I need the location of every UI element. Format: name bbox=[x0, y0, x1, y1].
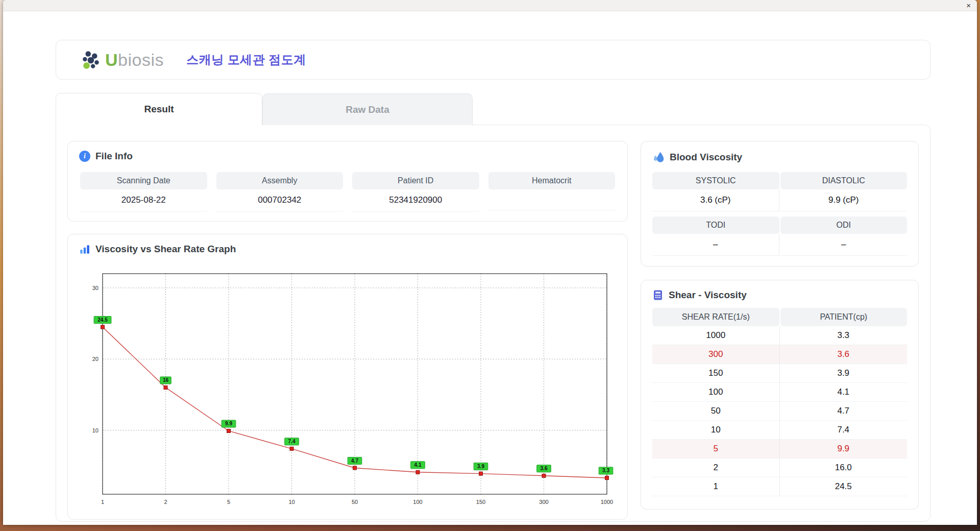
table-row: 50 4.7 bbox=[652, 402, 907, 421]
table-row: 2 16.0 bbox=[652, 458, 907, 477]
field-label: Assembly bbox=[216, 172, 344, 189]
table-row: 150 3.9 bbox=[652, 364, 907, 383]
table-row: 100 4.1 bbox=[652, 383, 907, 402]
shear-table-rows: 1000 3.3300 3.6150 3.9100 4.150 4.710 7.… bbox=[652, 326, 907, 496]
app-header-card: Ubiosis 스캐닝 모세관 점도계 bbox=[56, 40, 930, 80]
bv-value: – bbox=[780, 234, 908, 256]
field-label: Scanning Date bbox=[80, 172, 207, 189]
tab-raw-data[interactable]: Raw Data bbox=[262, 93, 473, 125]
bv-header-row: SYSTOLICDIASTOLIC bbox=[652, 172, 907, 189]
bv-header-row: TODIODI bbox=[652, 216, 907, 234]
shear-viscosity-table: SHEAR RATE(1/s)PATIENT(cp) 1000 3.3300 3… bbox=[652, 308, 907, 496]
app-window: × Ubiosis 스캐닝 모세관 점도계 Result Raw Data i … bbox=[3, 0, 977, 525]
cell-patient: 4.1 bbox=[780, 383, 908, 402]
svg-text:9.9: 9.9 bbox=[225, 421, 232, 426]
cell-shear-rate: 150 bbox=[652, 364, 780, 383]
svg-text:4.1: 4.1 bbox=[414, 462, 422, 468]
field-value: 000702342 bbox=[216, 189, 344, 212]
column-header: SHEAR RATE(1/s) bbox=[652, 308, 779, 326]
table-row: 10 7.4 bbox=[652, 421, 907, 440]
viscosity-chart: 10203024.5169.97.44.74.13.93.63.31251050… bbox=[68, 258, 627, 518]
svg-text:10: 10 bbox=[288, 499, 295, 505]
svg-text:1: 1 bbox=[101, 499, 104, 505]
blood-viscosity-card: Blood Viscosity SYSTOLICDIASTOLIC3.6 (cP… bbox=[641, 141, 919, 267]
svg-text:4.7: 4.7 bbox=[351, 458, 358, 464]
window-close-icon[interactable]: × bbox=[966, 1, 971, 11]
cell-shear-rate: 300 bbox=[652, 345, 780, 364]
file-info-header: i File Info bbox=[68, 141, 627, 162]
tab-result[interactable]: Result bbox=[56, 93, 262, 125]
svg-text:24.5: 24.5 bbox=[97, 317, 108, 323]
table-row: 300 3.6 bbox=[652, 345, 907, 364]
info-icon: i bbox=[79, 151, 90, 162]
cell-shear-rate: 1000 bbox=[652, 326, 780, 345]
cell-shear-rate: 10 bbox=[652, 421, 780, 440]
bv-value-row: –– bbox=[652, 234, 907, 256]
svg-text:150: 150 bbox=[476, 499, 485, 505]
cell-shear-rate: 2 bbox=[652, 458, 780, 477]
shear-viscosity-title: Shear - Viscosity bbox=[669, 289, 747, 301]
cell-patient: 16.0 bbox=[780, 458, 908, 477]
svg-text:300: 300 bbox=[539, 499, 548, 505]
svg-text:16: 16 bbox=[163, 377, 169, 383]
logo-text: Ubiosis bbox=[105, 50, 164, 70]
table-row: 1 24.5 bbox=[652, 477, 907, 496]
cell-patient: 3.9 bbox=[780, 364, 908, 383]
field-value: 52341920900 bbox=[352, 189, 479, 212]
svg-text:7.4: 7.4 bbox=[288, 439, 296, 444]
cell-patient: 9.9 bbox=[780, 440, 908, 458]
cell-patient: 3.6 bbox=[780, 345, 908, 364]
svg-text:30: 30 bbox=[92, 285, 99, 291]
svg-text:20: 20 bbox=[92, 356, 99, 362]
cell-shear-rate: 50 bbox=[652, 402, 780, 421]
bv-column-header: TODI bbox=[652, 216, 779, 234]
ubiosis-dots-logo-icon bbox=[81, 49, 102, 70]
svg-text:3.3: 3.3 bbox=[602, 468, 609, 473]
field-value: 2025-08-22 bbox=[80, 189, 207, 212]
cell-patient: 4.7 bbox=[780, 402, 908, 421]
svg-text:1000: 1000 bbox=[601, 499, 613, 505]
svg-text:10: 10 bbox=[92, 427, 99, 433]
svg-text:2: 2 bbox=[164, 499, 167, 505]
svg-text:100: 100 bbox=[413, 499, 422, 505]
calculator-icon bbox=[652, 289, 664, 301]
file-info-card: i File Info Scanning Date 2025-08-22Asse… bbox=[67, 141, 628, 222]
file-info-field: Patient ID 52341920900 bbox=[352, 172, 479, 212]
graph-header: Viscosity vs Shear Rate Graph bbox=[68, 234, 627, 255]
svg-text:3.9: 3.9 bbox=[477, 464, 484, 469]
viscosity-graph-card: Viscosity vs Shear Rate Graph 10203024.5… bbox=[67, 234, 628, 520]
cell-patient: 24.5 bbox=[780, 477, 908, 496]
bv-value: – bbox=[652, 234, 779, 256]
bv-column-header: ODI bbox=[780, 216, 908, 234]
water-drop-icon bbox=[652, 151, 665, 164]
column-header: PATIENT(cp) bbox=[780, 308, 908, 326]
blood-viscosity-header: Blood Viscosity bbox=[641, 141, 918, 164]
file-info-field: Assembly 000702342 bbox=[216, 172, 344, 212]
field-label: Hematocrit bbox=[488, 172, 616, 189]
file-info-field: Scanning Date 2025-08-22 bbox=[80, 172, 207, 212]
blood-viscosity-table: SYSTOLICDIASTOLIC3.6 (cP)9.9 (cP)TODIODI… bbox=[641, 164, 918, 256]
cell-patient: 3.3 bbox=[780, 326, 908, 345]
ubiosis-logo: Ubiosis bbox=[81, 49, 164, 70]
svg-text:3.6: 3.6 bbox=[541, 466, 548, 471]
field-value bbox=[488, 189, 616, 210]
cell-shear-rate: 5 bbox=[652, 440, 780, 458]
shear-viscosity-card: Shear - Viscosity SHEAR RATE(1/s)PATIENT… bbox=[641, 280, 919, 510]
file-info-title: File Info bbox=[95, 151, 133, 162]
bv-column-header: DIASTOLIC bbox=[780, 172, 908, 189]
svg-text:5: 5 bbox=[227, 499, 230, 505]
field-label: Patient ID bbox=[352, 172, 479, 189]
file-info-field: Hematocrit bbox=[488, 172, 616, 212]
svg-text:50: 50 bbox=[352, 499, 358, 505]
bv-value: 9.9 (cP) bbox=[780, 189, 908, 211]
bv-value: 3.6 (cP) bbox=[652, 189, 779, 211]
graph-title: Viscosity vs Shear Rate Graph bbox=[95, 244, 236, 255]
table-row: 1000 3.3 bbox=[652, 326, 907, 345]
window-titlebar: × bbox=[3, 0, 977, 11]
cell-shear-rate: 1 bbox=[652, 477, 780, 496]
shear-table-header-row: SHEAR RATE(1/s)PATIENT(cp) bbox=[652, 308, 907, 326]
table-row: 5 9.9 bbox=[652, 440, 907, 458]
page-title: 스캐닝 모세관 점도계 bbox=[186, 52, 306, 68]
file-info-fields: Scanning Date 2025-08-22Assembly 0007023… bbox=[68, 162, 627, 212]
bv-column-header: SYSTOLIC bbox=[652, 172, 779, 189]
